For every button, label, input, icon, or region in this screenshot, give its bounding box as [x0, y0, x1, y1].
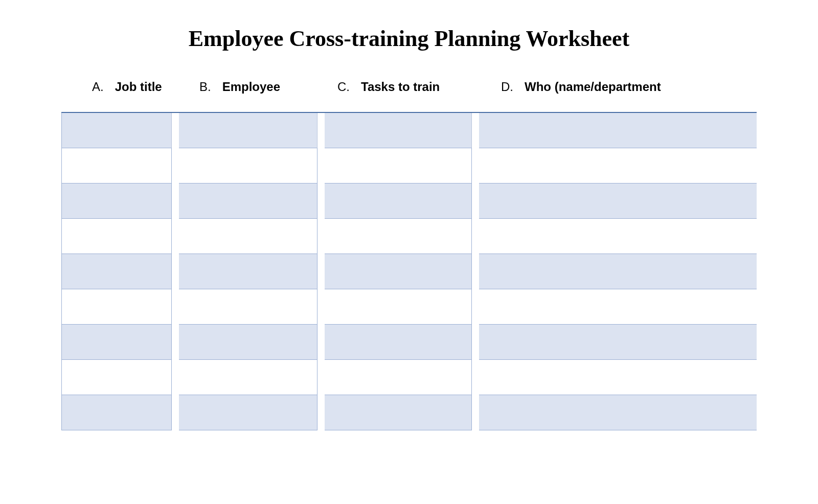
cell	[479, 395, 757, 430]
cell	[61, 289, 172, 325]
cell	[325, 289, 472, 325]
cell	[179, 148, 317, 184]
table-row	[61, 184, 757, 219]
cell	[479, 289, 757, 325]
table-row	[61, 289, 757, 325]
cell	[61, 148, 172, 184]
cell	[479, 219, 757, 254]
cell	[179, 219, 317, 254]
cell	[61, 113, 172, 148]
cell	[325, 395, 472, 430]
cell	[325, 113, 472, 148]
column-label-c: Tasks to train	[361, 80, 440, 94]
cell	[479, 325, 757, 360]
table-row	[61, 219, 757, 254]
cell	[179, 113, 317, 148]
cell	[179, 360, 317, 395]
column-label-d: Who (name/department	[525, 80, 661, 94]
cell	[325, 184, 472, 219]
worksheet-table	[61, 112, 757, 430]
cell	[179, 254, 317, 289]
cell	[479, 360, 757, 395]
cell	[325, 325, 472, 360]
column-letter-c: C.	[337, 80, 350, 94]
cell	[179, 289, 317, 325]
cell	[61, 395, 172, 430]
cell	[179, 325, 317, 360]
table-row	[61, 395, 757, 430]
column-headers-row: A. Job title B. Employee C. Tasks to tra…	[61, 80, 757, 94]
cell	[325, 219, 472, 254]
cell	[479, 113, 757, 148]
column-header-a: A. Job title	[92, 80, 199, 94]
column-label-b: Employee	[222, 80, 280, 94]
table-row	[61, 360, 757, 395]
cell	[479, 254, 757, 289]
column-header-c: C. Tasks to train	[337, 80, 501, 94]
column-header-d: D. Who (name/department	[501, 80, 695, 94]
table-row	[61, 148, 757, 184]
column-header-b: B. Employee	[199, 80, 337, 94]
column-letter-a: A.	[92, 80, 104, 94]
column-label-a: Job title	[115, 80, 162, 94]
cell	[61, 219, 172, 254]
cell	[61, 360, 172, 395]
cell	[325, 254, 472, 289]
cell	[479, 184, 757, 219]
cell	[179, 395, 317, 430]
cell	[479, 148, 757, 184]
cell	[325, 148, 472, 184]
column-letter-b: B.	[199, 80, 211, 94]
cell	[61, 184, 172, 219]
table-row	[61, 254, 757, 289]
column-letter-d: D.	[501, 80, 513, 94]
cell	[61, 325, 172, 360]
table-row	[61, 113, 757, 148]
worksheet-title: Employee Cross-training Planning Workshe…	[61, 26, 757, 52]
cell	[61, 254, 172, 289]
cell	[325, 360, 472, 395]
table-row	[61, 325, 757, 360]
cell	[179, 184, 317, 219]
